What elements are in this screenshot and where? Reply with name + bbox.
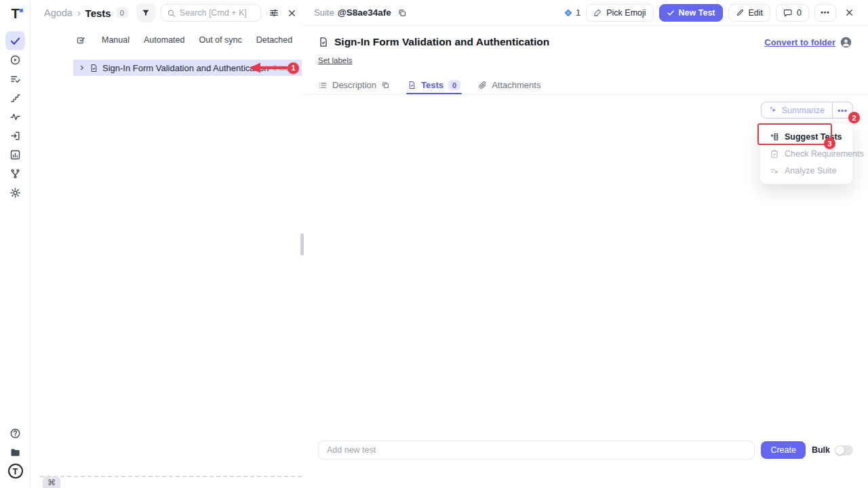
new-test-button[interactable]: New Test	[659, 4, 723, 22]
close-icon	[844, 7, 854, 18]
edit-button[interactable]: Edit	[728, 4, 771, 22]
rail-item-pulse[interactable]	[5, 107, 25, 126]
avatar[interactable]	[840, 37, 852, 48]
funnel-icon	[141, 8, 151, 18]
pick-emoji-label: Pick Emoji	[606, 8, 646, 18]
folder-icon	[9, 447, 21, 458]
menu-analyze-suite-label: Analyze Suite	[785, 166, 836, 176]
suite-id: @S8ae34afe	[338, 7, 391, 18]
sparkles-icon	[769, 106, 778, 115]
set-labels-link[interactable]: Set labels	[318, 56, 353, 64]
add-test-row: Create Bulk	[318, 441, 853, 460]
rail-item-milestones[interactable]	[5, 88, 25, 107]
chevron-right-icon[interactable]	[79, 64, 85, 71]
logo-letter: T	[11, 6, 19, 22]
menu-item-check-requirements[interactable]: Check Requirements	[760, 145, 852, 162]
copy-description-icon[interactable]	[381, 81, 390, 89]
rail-item-profile[interactable]: T	[5, 462, 25, 481]
suite-detail-panel: Suite @S8ae34afe 1 Pick Emoji New Test	[302, 0, 868, 488]
edit-label: Edit	[749, 8, 764, 18]
rail-item-import[interactable]	[5, 126, 25, 145]
tab-description-label: Description	[332, 80, 376, 90]
app-logo[interactable]: T	[0, 5, 31, 22]
pencil-icon	[736, 8, 745, 17]
app-rail: T	[0, 0, 31, 488]
breadcrumb-project[interactable]: Agoda	[44, 7, 73, 18]
rail-item-plans[interactable]	[5, 69, 25, 88]
close-detail-button[interactable]	[844, 7, 854, 18]
clipboard-check-icon	[770, 149, 779, 159]
search-icon	[167, 9, 176, 18]
copy-suite-id-button[interactable]	[397, 8, 407, 18]
command-key-button[interactable]: ⌘	[43, 476, 60, 488]
tab-attachments-label: Attachments	[492, 80, 540, 90]
breadcrumb-separator: ›	[77, 7, 81, 18]
activity-icon	[9, 111, 21, 123]
diamond-icon	[564, 8, 573, 18]
search-box[interactable]	[161, 4, 261, 22]
header-more-button[interactable]: •••	[814, 4, 836, 22]
tab-tests[interactable]: Tests 0	[408, 76, 460, 94]
close-panel-button[interactable]	[287, 8, 297, 18]
rail-item-help[interactable]	[5, 424, 25, 443]
filter-detached[interactable]: Detached	[256, 35, 293, 45]
tree-filter-row: Manual Automated Out of sync Detached St…	[31, 32, 302, 48]
create-test-button[interactable]: Create	[761, 441, 806, 459]
login-icon	[9, 130, 21, 142]
help-icon	[9, 428, 21, 439]
summarize-split-button: Summarize •••	[761, 102, 853, 119]
menu-check-requirements-label: Check Requirements	[785, 149, 864, 159]
comments-count: 0	[797, 8, 802, 18]
search-input[interactable]	[180, 8, 254, 18]
rail-item-branches[interactable]	[5, 164, 25, 183]
ellipsis-icon: •••	[837, 106, 848, 115]
suite-doc-icon	[90, 64, 98, 73]
rail-item-projects[interactable]	[5, 443, 25, 462]
tab-attachments[interactable]: Attachments	[478, 76, 540, 94]
suite-header-bar: Suite @S8ae34afe 1 Pick Emoji New Test	[302, 0, 868, 26]
filter-button[interactable]	[136, 3, 155, 22]
annotation-badge-3: 3	[824, 138, 835, 149]
convert-to-folder-link[interactable]: Convert to folder	[764, 37, 835, 47]
linked-issues-indicator[interactable]: 1	[564, 7, 580, 18]
breadcrumb-section[interactable]: Tests	[85, 7, 111, 19]
analyze-icon	[770, 166, 779, 176]
panel-resize-handle[interactable]	[300, 233, 304, 256]
suite-tree-title: Sign-In Form Validation and Authenticati…	[102, 63, 269, 73]
add-test-input[interactable]	[318, 441, 755, 460]
copy-icon	[397, 8, 407, 18]
view-settings-button[interactable]	[269, 7, 279, 18]
bulk-label: Bulk	[812, 445, 830, 455]
list-check-icon	[9, 73, 21, 85]
annotation-arrow-1	[248, 61, 290, 75]
select-tests-button[interactable]	[76, 35, 86, 45]
annotation-box-suggest-tests	[757, 123, 832, 145]
rail-item-settings[interactable]	[5, 183, 25, 202]
select-check-icon	[76, 35, 86, 45]
filter-out-of-sync[interactable]: Out of sync	[199, 35, 241, 45]
check-icon	[667, 9, 675, 17]
comment-bubble-icon	[783, 8, 793, 18]
rail-item-analytics[interactable]	[5, 145, 25, 164]
suite-label: Suite	[314, 7, 334, 18]
ellipsis-icon: •••	[821, 9, 830, 16]
comments-button[interactable]: 0	[776, 4, 809, 22]
bulk-toggle[interactable]	[835, 445, 853, 455]
profile-logo-icon: T	[8, 464, 23, 479]
new-test-label: New Test	[679, 8, 715, 18]
gear-icon	[9, 187, 21, 199]
rail-item-tests[interactable]	[5, 31, 25, 50]
tab-tests-count-badge: 0	[448, 80, 460, 90]
menu-item-analyze-suite[interactable]: Analyze Suite	[760, 162, 852, 179]
tab-description[interactable]: Description	[318, 76, 390, 94]
annotation-badge-2: 2	[848, 112, 860, 123]
rail-item-runs[interactable]	[5, 50, 25, 69]
stairs-icon	[9, 92, 21, 104]
summarize-label: Summarize	[782, 106, 825, 115]
filter-manual[interactable]: Manual	[102, 35, 130, 45]
summarize-button[interactable]: Summarize	[762, 102, 832, 118]
app-window: T	[0, 0, 868, 488]
filter-automated[interactable]: Automated	[144, 35, 184, 45]
tree-bottom-divider	[40, 476, 302, 477]
pick-emoji-button[interactable]: Pick Emoji	[586, 4, 653, 22]
